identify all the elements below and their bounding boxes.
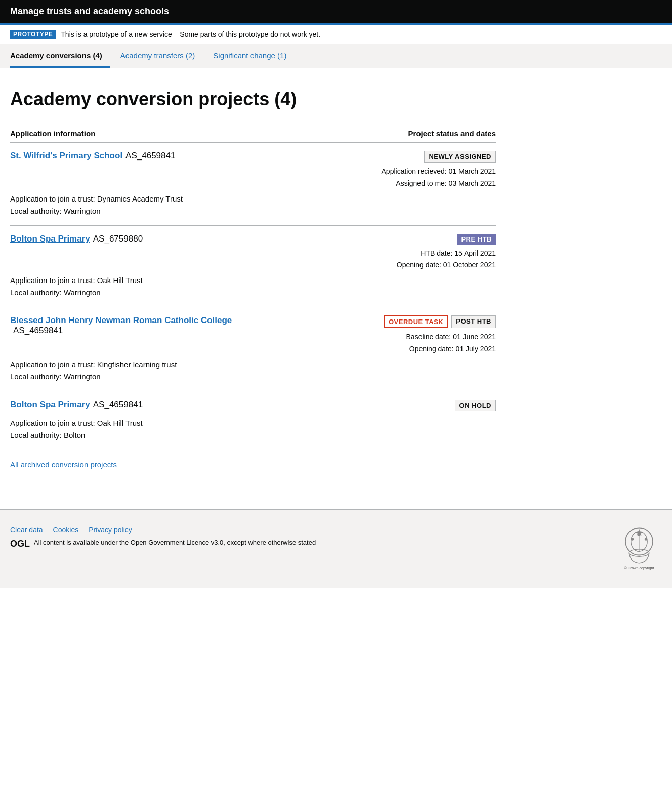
project-authority: Local authority: Warrington	[10, 205, 496, 217]
project-link[interactable]: St. Wilfrid's Primary School	[10, 151, 122, 161]
project-link[interactable]: Bolton Spa Primary	[10, 400, 90, 410]
svg-point-8	[638, 533, 640, 536]
project-date2: Opening date: 01 July 2021	[354, 343, 496, 355]
project-status-section: NEWLY ASSIGNED Application recieved: 01 …	[354, 151, 496, 190]
svg-text:© Crown copyright: © Crown copyright	[624, 565, 654, 570]
project-date2: Assigned to me: 03 March 2021	[354, 178, 496, 190]
project-authority: Local authority: Warrington	[10, 371, 496, 383]
site-header: Manage trusts and academy schools	[0, 0, 672, 23]
project-date1: Baseline date: 01 June 2021	[354, 331, 496, 343]
tab-academy-transfers[interactable]: Academy transfers (2)	[120, 44, 203, 68]
status-badges: NEWLY ASSIGNED	[354, 151, 496, 163]
table-header: Application information Project status a…	[10, 125, 496, 143]
project-dates: Application recieved: 01 March 2021Assig…	[354, 166, 496, 190]
project-trust: Application to join a trust: Kingfisher …	[10, 358, 496, 371]
nav-tabs: Academy conversions (4) Academy transfer…	[0, 44, 672, 68]
status-badge: PRE HTB	[457, 234, 496, 245]
status-badge: NEWLY ASSIGNED	[424, 151, 496, 163]
svg-point-6	[631, 538, 634, 540]
project-trust: Application to join a trust: Oak Hill Tr…	[10, 274, 496, 287]
project-dates: Baseline date: 01 June 2021Opening date:…	[354, 331, 496, 355]
project-name-section: St. Wilfrid's Primary School AS_4659841	[10, 151, 354, 161]
project-status-section: OVERDUE TASKPOST HTB Baseline date: 01 J…	[354, 315, 496, 355]
footer-link[interactable]: Cookies	[53, 526, 79, 534]
project-date1: Application recieved: 01 March 2021	[354, 166, 496, 178]
project-ref: AS_4659841	[125, 151, 175, 161]
footer-links: Clear dataCookiesPrivacy policy	[10, 526, 316, 534]
project-trust: Application to join a trust: Oak Hill Tr…	[10, 417, 496, 429]
footer-right: © Crown copyright	[616, 526, 662, 573]
project-row: Bolton Spa Primary AS_6759880 PRE HTB HT…	[10, 226, 496, 308]
project-name-section: Bolton Spa Primary AS_4659841	[10, 400, 354, 410]
col1-header: Application information	[10, 129, 95, 138]
footer-link[interactable]: Clear data	[10, 526, 43, 534]
project-name-section: Bolton Spa Primary AS_6759880	[10, 234, 354, 244]
project-row: St. Wilfrid's Primary School AS_4659841 …	[10, 143, 496, 226]
page-title: Academy conversion projects (4)	[10, 89, 496, 110]
project-date1: HTB date: 15 April 2021	[354, 248, 496, 260]
project-trust: Application to join a trust: Dynamics Ac…	[10, 193, 496, 205]
tab-academy-conversions[interactable]: Academy conversions (4)	[10, 44, 110, 68]
footer-left: Clear dataCookiesPrivacy policy OGL All …	[10, 526, 316, 549]
project-row: Blessed John Henry Newman Roman Catholic…	[10, 307, 496, 391]
status-badge: POST HTB	[451, 315, 496, 328]
prototype-tag: PROTOTYPE	[10, 30, 56, 39]
ogl-text: All content is available under the Open …	[34, 539, 316, 546]
ogl-logo: OGL	[10, 539, 30, 549]
project-status-section: ON HOLD	[354, 400, 496, 414]
project-name-section: Blessed John Henry Newman Roman Catholic…	[10, 315, 354, 336]
main-content: Academy conversion projects (4) Applicat…	[0, 68, 506, 489]
project-authority: Local authority: Warrington	[10, 287, 496, 299]
prototype-banner: PROTOTYPE This is a prototype of a new s…	[0, 23, 672, 44]
project-date2: Opening date: 01 October 2021	[354, 259, 496, 271]
col2-header: Project status and dates	[408, 129, 496, 138]
status-badge: OVERDUE TASK	[384, 315, 448, 328]
prototype-message: This is a prototype of a new service – S…	[61, 30, 320, 38]
project-link[interactable]: Bolton Spa Primary	[10, 234, 90, 244]
site-title: Manage trusts and academy schools	[10, 6, 169, 16]
footer: Clear dataCookiesPrivacy policy OGL All …	[0, 510, 672, 588]
project-status-section: PRE HTB HTB date: 15 April 2021Opening d…	[354, 234, 496, 272]
projects-list: St. Wilfrid's Primary School AS_4659841 …	[10, 143, 496, 450]
project-ref: AS_4659841	[13, 326, 63, 335]
footer-link[interactable]: Privacy policy	[89, 526, 132, 534]
project-row: Bolton Spa Primary AS_4659841 ON HOLD Ap…	[10, 391, 496, 450]
archive-link[interactable]: All archived conversion projects	[10, 460, 496, 469]
status-badges: ON HOLD	[354, 400, 496, 411]
status-badges: PRE HTB	[354, 234, 496, 245]
status-badge: ON HOLD	[455, 400, 496, 411]
footer-ogl: OGL All content is available under the O…	[10, 539, 316, 549]
project-link[interactable]: Blessed John Henry Newman Roman Catholic…	[10, 315, 232, 325]
project-dates: HTB date: 15 April 2021Opening date: 01 …	[354, 248, 496, 272]
status-badges: OVERDUE TASKPOST HTB	[354, 315, 496, 328]
project-ref: AS_6759880	[93, 234, 143, 244]
project-ref: AS_4659841	[93, 400, 143, 410]
project-authority: Local authority: Bolton	[10, 429, 496, 442]
tab-significant-change[interactable]: Significant change (1)	[213, 44, 295, 68]
svg-point-7	[645, 538, 647, 540]
crown-emblem-icon: © Crown copyright	[616, 526, 662, 571]
